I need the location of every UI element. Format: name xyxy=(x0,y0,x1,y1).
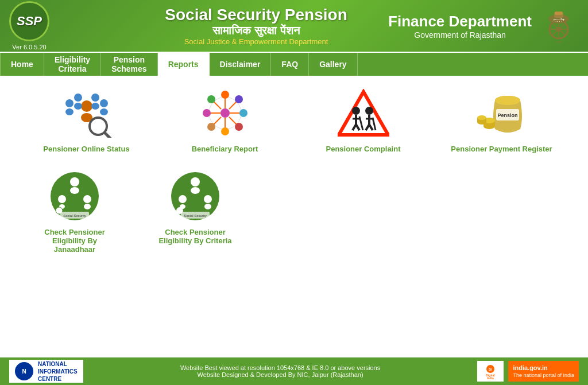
main-content: Pensioner Online Status xyxy=(0,76,588,357)
svg-point-15 xyxy=(65,99,74,107)
svg-point-72 xyxy=(83,195,91,203)
nav-faq[interactable]: FAQ xyxy=(271,53,309,76)
pensioner-payment-register-label: Pensioner Payment Register xyxy=(451,145,552,153)
india-gov-badge: india.gov.inThe national portal of India xyxy=(508,361,579,382)
pensioner-complaint-card[interactable]: Pensioner Complaint xyxy=(300,87,427,153)
ssp-logo-text: SSP xyxy=(17,14,42,29)
pensioner-online-status-card[interactable]: Pensioner Online Status xyxy=(23,87,150,153)
nic-icon: N xyxy=(15,362,33,380)
version-text: Ver 6.0.5.20 xyxy=(12,44,46,50)
svg-point-67 xyxy=(70,177,79,186)
svg-point-26 xyxy=(220,108,230,118)
svg-text:Social Security: Social Security xyxy=(63,214,86,217)
nav-gallery[interactable]: Gallery xyxy=(309,53,357,76)
logo-title-area: Social Security Pension सामाजिक सुरक्षा … xyxy=(124,6,388,46)
nic-text: NATIONALINFORMATICSCENTRE xyxy=(38,360,78,383)
check-eligibility-janaadhaar-label: Check Pensioner Eligibility By Janaadhaa… xyxy=(34,228,115,254)
nav-reports[interactable]: Reports xyxy=(158,53,210,76)
svg-point-69 xyxy=(58,195,66,203)
svg-point-38 xyxy=(239,109,247,117)
check-eligibility-criteria-card[interactable]: Social Security Check Pensioner Eligibil… xyxy=(149,170,241,254)
svg-point-40 xyxy=(235,123,243,131)
pensioner-online-status-icon xyxy=(58,87,115,139)
svg-point-16 xyxy=(65,108,74,115)
svg-point-37 xyxy=(203,109,211,117)
svg-text:India: India xyxy=(488,376,494,379)
nav-home[interactable]: Home xyxy=(0,53,44,76)
svg-point-17 xyxy=(74,94,82,102)
svg-point-22 xyxy=(100,108,108,115)
nav-pension-schemes[interactable]: PensionSchemes xyxy=(101,53,157,76)
icon-grid-bottom: Social Security Check Pensioner Eligibil… xyxy=(23,170,565,254)
navbar: Home EligibilityCriteria PensionSchemes … xyxy=(0,52,588,76)
check-eligibility-criteria-label: Check Pensioner Eligibility By Criteria xyxy=(149,228,241,245)
pensioner-online-status-label: Pensioner Online Status xyxy=(43,145,129,153)
svg-point-68 xyxy=(70,187,79,194)
svg-point-82 xyxy=(204,195,212,203)
svg-point-11 xyxy=(557,11,560,15)
svg-point-18 xyxy=(74,103,82,110)
svg-point-42 xyxy=(207,123,215,131)
beneficiary-report-label: Beneficiary Report xyxy=(192,145,258,153)
svg-line-31 xyxy=(214,102,221,109)
footer-note-1: Website Best viewed at resolution 1054x7… xyxy=(90,364,471,371)
svg-point-83 xyxy=(204,204,211,209)
svg-point-20 xyxy=(91,103,99,110)
nav-eligibility-criteria[interactable]: EligibilityCriteria xyxy=(44,53,101,76)
svg-text:N: N xyxy=(22,368,26,375)
right-header: Finance Department Government of Rajasth… xyxy=(388,6,579,46)
svg-point-77 xyxy=(191,177,200,186)
pensioner-payment-register-icon: Pension xyxy=(473,87,531,139)
header: SSP Ver 6.0.5.20 Social Security Pension… xyxy=(0,0,588,52)
footer-note-2: Website Designed & Developed By NIC, Jai… xyxy=(90,371,471,378)
svg-text:जयते: जयते xyxy=(555,40,562,44)
check-eligibility-janaadhaar-card[interactable]: Social Security Check Pensioner Eligibil… xyxy=(34,170,115,254)
svg-line-32 xyxy=(229,117,237,125)
title-en: Social Security Pension xyxy=(124,6,388,24)
svg-point-78 xyxy=(191,187,200,194)
svg-line-24 xyxy=(105,133,112,138)
digital-india-badge: DI Digital India xyxy=(477,361,504,382)
svg-text:DI: DI xyxy=(489,368,492,371)
emblem: सत्यमेव जयते xyxy=(539,6,579,46)
footer-logos: DI Digital India india.gov.inThe nationa… xyxy=(477,361,579,382)
svg-point-21 xyxy=(100,99,108,107)
icon-grid-top: Pensioner Online Status xyxy=(23,87,565,153)
svg-point-79 xyxy=(179,195,187,203)
subtitle: Social Justice & Empowerment Department xyxy=(124,37,388,46)
pensioner-complaint-icon xyxy=(335,87,392,139)
beneficiary-report-card[interactable]: Beneficiary Report xyxy=(161,87,288,153)
svg-point-39 xyxy=(207,95,215,103)
svg-point-36 xyxy=(221,127,229,135)
dept-name: Finance Department xyxy=(388,13,532,30)
check-eligibility-criteria-icon: Social Security xyxy=(167,170,224,222)
svg-point-19 xyxy=(91,94,99,102)
dept-sub: Government of Rajasthan xyxy=(388,30,532,40)
svg-point-41 xyxy=(235,95,243,103)
ssp-logo: SSP xyxy=(9,1,49,41)
svg-point-65 xyxy=(477,115,486,120)
check-eligibility-janaadhaar-icon: Social Security xyxy=(46,170,103,222)
pensioner-complaint-label: Pensioner Complaint xyxy=(326,145,400,153)
beneficiary-report-icon xyxy=(196,87,254,139)
svg-point-44 xyxy=(352,107,360,115)
svg-line-33 xyxy=(229,102,237,109)
dept-title: Finance Department Government of Rajasth… xyxy=(388,13,532,40)
nav-disclaimer[interactable]: Disclaimer xyxy=(210,53,272,76)
svg-line-34 xyxy=(214,117,221,125)
svg-point-35 xyxy=(221,91,229,99)
svg-point-57 xyxy=(495,96,520,105)
logo-area: SSP Ver 6.0.5.20 xyxy=(9,1,124,50)
svg-text:Social Security: Social Security xyxy=(184,214,207,217)
nic-logo: N NATIONALINFORMATICSCENTRE xyxy=(9,360,83,383)
svg-marker-43 xyxy=(339,92,388,135)
title-hi: सामाजिक सुरक्षा पेंशन xyxy=(124,24,388,37)
footer: N NATIONALINFORMATICSCENTRE Website Best… xyxy=(0,357,588,385)
svg-text:Pension: Pension xyxy=(497,112,517,118)
svg-point-13 xyxy=(81,100,92,112)
pensioner-payment-register-card[interactable]: Pension Pensioner Payment Register xyxy=(438,87,565,153)
svg-point-73 xyxy=(84,204,91,209)
svg-point-50 xyxy=(365,107,373,115)
footer-center: Website Best viewed at resolution 1054x7… xyxy=(90,364,471,378)
